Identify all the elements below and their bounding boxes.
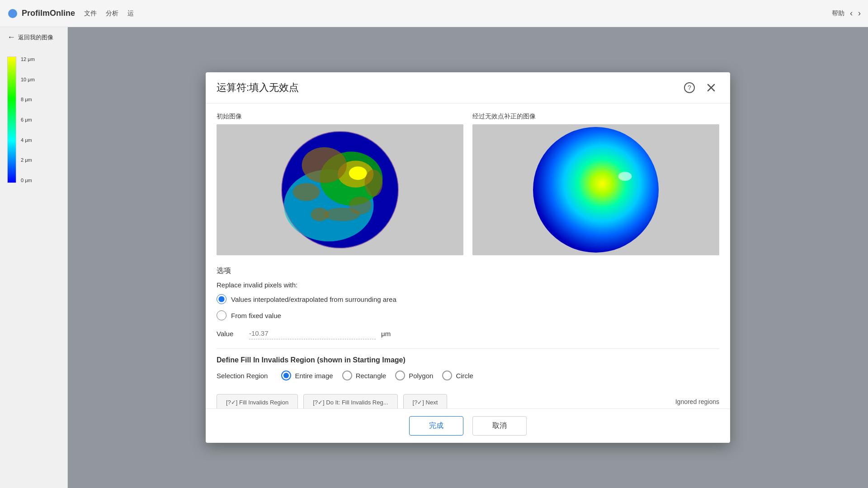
value-unit: μm <box>381 330 391 338</box>
main-content: 运算符:填入无效点 ? <box>68 27 868 488</box>
scale-8: 8 μm <box>21 97 35 102</box>
value-row: Value μm <box>217 328 719 339</box>
option-entire-label: Entire image <box>295 372 333 380</box>
radio-item-interpolate[interactable]: Values interpolated/extrapolated from su… <box>217 294 719 304</box>
radio-entire-indicator <box>281 371 291 380</box>
svg-point-0 <box>8 9 17 18</box>
nav-file[interactable]: 文件 <box>84 9 97 18</box>
left-sidebar: ← 返回我的图像 12 μm 10 μm 8 μm 6 μm 4 μm 2 μm… <box>0 27 68 488</box>
svg-point-18 <box>311 208 329 221</box>
cancel-button[interactable]: 取消 <box>472 416 527 436</box>
radio-fixed-label: From fixed value <box>231 312 281 319</box>
radio-interpolate[interactable] <box>217 294 226 304</box>
scale-12: 12 μm <box>21 56 35 62</box>
scale-10: 10 μm <box>21 77 35 82</box>
after-image-container <box>472 124 719 255</box>
svg-point-24 <box>618 172 632 181</box>
radio-rectangle-indicator <box>342 371 352 380</box>
scale-labels: 12 μm 10 μm 8 μm 6 μm 4 μm 2 μm 0 μm <box>21 56 35 183</box>
nav-back-arrow[interactable]: ‹ <box>850 9 853 18</box>
back-button[interactable]: ← 返回我的图像 <box>0 27 67 47</box>
modal-header: 运算符:填入无效点 ? <box>206 72 730 103</box>
scale-6: 6 μm <box>21 117 35 122</box>
radio-option-polygon[interactable]: Polygon <box>395 371 433 380</box>
back-label: 返回我的图像 <box>18 33 53 42</box>
option-rectangle-label: Rectangle <box>356 372 387 380</box>
logo-text: ProfilmOnline <box>22 9 75 18</box>
option-circle-label: Circle <box>456 372 473 380</box>
svg-text:?: ? <box>688 84 691 91</box>
radio-fixed[interactable] <box>217 310 226 320</box>
ignored-regions-label: Ignored regions <box>675 394 719 408</box>
top-nav: 文件 分析 运 <box>84 9 134 18</box>
selection-label: Selection Region <box>217 372 268 380</box>
before-image-container <box>217 124 463 255</box>
value-input[interactable] <box>249 328 376 339</box>
svg-point-17 <box>365 169 383 197</box>
svg-point-12 <box>349 166 367 180</box>
radio-option-entire[interactable]: Entire image <box>281 371 333 380</box>
modal-footer: 完成 取消 <box>206 408 730 443</box>
close-button[interactable] <box>703 80 719 96</box>
option-polygon-label: Polygon <box>409 372 433 380</box>
options-title: 选项 <box>217 266 719 276</box>
top-bar: ProfilmOnline 文件 分析 运 帮助 ‹ › <box>0 0 868 27</box>
after-image-panel: 经过无效点补正的图像 <box>472 113 719 255</box>
color-scale-bar <box>7 56 16 183</box>
help-button[interactable]: ? <box>681 80 698 96</box>
modal-overlay: 运算符:填入无效点 ? <box>68 27 868 488</box>
radio-interpolate-label: Values interpolated/extrapolated from su… <box>231 296 396 303</box>
nav-analyze[interactable]: 分析 <box>106 9 118 18</box>
selection-row: Selection Region Entire image Rectangle <box>217 371 719 380</box>
help-label[interactable]: 帮助 <box>832 9 844 18</box>
replace-label: Replace invalid pixels with: <box>217 281 719 289</box>
scale-2: 2 μm <box>21 157 35 163</box>
close-icon <box>707 83 716 92</box>
scale-0: 0 μm <box>21 178 35 183</box>
modal-title: 运算符:填入无效点 <box>217 81 299 94</box>
images-section: 初始图像 <box>217 113 719 255</box>
svg-point-16 <box>349 197 372 215</box>
scale-4: 4 μm <box>21 137 35 143</box>
tab-next[interactable]: [?✓] Next <box>403 394 448 408</box>
define-section: Define Fill In Invalids Region (shown in… <box>217 348 719 380</box>
radio-option-rectangle[interactable]: Rectangle <box>342 371 387 380</box>
define-title: Define Fill In Invalids Region (shown in… <box>217 356 719 364</box>
before-image-panel: 初始图像 <box>217 113 463 255</box>
back-arrow-icon: ← <box>7 33 15 42</box>
after-heatmap <box>472 124 719 255</box>
after-image-label: 经过无效点补正的图像 <box>472 113 719 121</box>
svg-point-22 <box>533 127 659 253</box>
svg-point-14 <box>293 183 320 201</box>
options-section: 选项 Replace invalid pixels with: Values i… <box>217 266 719 339</box>
app-logo: ProfilmOnline <box>7 8 75 19</box>
confirm-button[interactable]: 完成 <box>409 416 463 436</box>
color-scale: 12 μm 10 μm 8 μm 6 μm 4 μm 2 μm 0 μm <box>0 52 67 188</box>
radio-group: Values interpolated/extrapolated from su… <box>217 294 719 320</box>
modal-dialog: 运算符:填入无效点 ? <box>206 72 730 443</box>
logo-icon <box>7 8 18 19</box>
modal-header-icons: ? <box>681 80 719 96</box>
bottom-tab-buttons-row: [?✓] Fill Invalids Region [?✓] Do It: Fi… <box>217 389 719 408</box>
tab-fill-invalids[interactable]: [?✓] Fill Invalids Region <box>217 394 298 408</box>
before-heatmap <box>217 124 463 255</box>
tab-do-it[interactable]: [?✓] Do It: Fill Invalids Reg... <box>303 394 397 408</box>
radio-option-circle[interactable]: Circle <box>442 371 473 380</box>
before-image-label: 初始图像 <box>217 113 463 121</box>
modal-body: 初始图像 <box>206 103 730 408</box>
help-icon: ? <box>684 82 695 93</box>
radio-polygon-indicator <box>395 371 405 380</box>
nav-operator[interactable]: 运 <box>127 9 134 18</box>
radio-item-fixed[interactable]: From fixed value <box>217 310 719 320</box>
nav-forward-arrow[interactable]: › <box>858 9 861 18</box>
svg-point-13 <box>302 147 347 183</box>
top-bar-right: 帮助 ‹ › <box>832 9 861 18</box>
radio-circle-indicator <box>442 371 452 380</box>
value-label: Value <box>217 330 244 338</box>
